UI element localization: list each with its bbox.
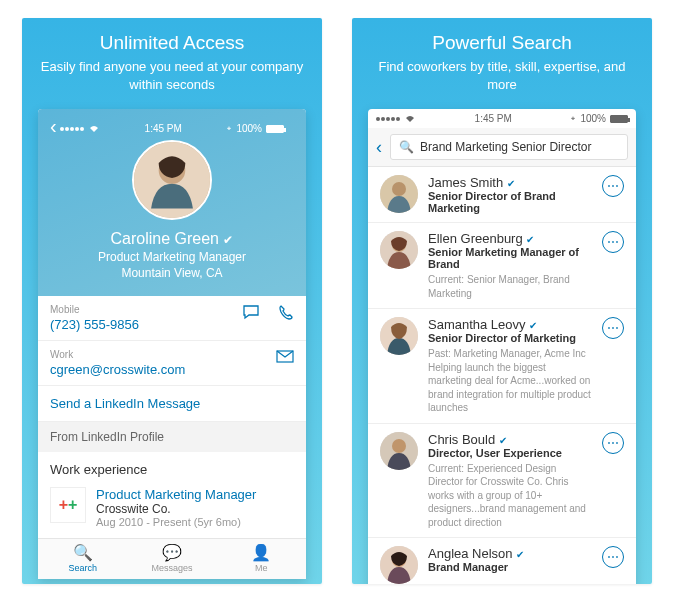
result-title: Senior Director of Marketing bbox=[428, 332, 592, 344]
result-name: Anglea Nelson ✔ bbox=[428, 546, 592, 561]
promo-panel-access: Unlimited Access Easily find anyone you … bbox=[22, 18, 322, 584]
status-bar: 1:45 PM ᛭100% bbox=[368, 109, 636, 128]
verified-icon: ✔ bbox=[223, 233, 233, 247]
result-title: Senior Director of Brand Marketing bbox=[428, 190, 592, 214]
more-button[interactable]: ⋯ bbox=[602, 175, 624, 197]
wifi-icon bbox=[404, 115, 416, 123]
verified-icon: ✔ bbox=[507, 178, 515, 189]
search-results: James Smith ✔ Senior Director of Brand M… bbox=[368, 167, 636, 584]
mobile-value[interactable]: (723) 555-9856 bbox=[50, 317, 139, 332]
verified-icon: ✔ bbox=[516, 549, 524, 560]
work-label: Work bbox=[50, 349, 185, 360]
result-title: Brand Manager bbox=[428, 561, 592, 573]
profile-header: 1:45 PM ᛭100% ‹ Caroline Green ✔ Product… bbox=[38, 109, 306, 296]
result-title: Senior Marketing Manager of Brand bbox=[428, 246, 592, 270]
me-icon: 👤 bbox=[217, 543, 306, 562]
search-result[interactable]: Chris Bould ✔ Director, User Experience … bbox=[368, 424, 636, 539]
result-name: Chris Bould ✔ bbox=[428, 432, 592, 447]
profile-location: Mountain View, CA bbox=[52, 266, 292, 280]
search-result[interactable]: Anglea Nelson ✔ Brand Manager ⋯ bbox=[368, 538, 636, 584]
search-input[interactable]: 🔍 Brand Marketing Senior Director bbox=[390, 134, 628, 160]
status-time: 1:45 PM bbox=[145, 123, 182, 134]
email-icon[interactable] bbox=[276, 349, 294, 367]
company-logo: ++ bbox=[50, 487, 86, 523]
back-button[interactable]: ‹ bbox=[376, 137, 382, 158]
search-result[interactable]: Samantha Leovy ✔ Senior Director of Mark… bbox=[368, 309, 636, 424]
messages-icon: 💬 bbox=[127, 543, 216, 562]
linkedin-message-link[interactable]: Send a LinkedIn Message bbox=[38, 386, 306, 422]
work-email[interactable]: cgreen@crosswite.com bbox=[50, 362, 185, 377]
status-bar: 1:45 PM ᛭100% bbox=[52, 119, 292, 138]
back-button[interactable]: ‹ bbox=[50, 115, 57, 138]
svg-point-4 bbox=[392, 182, 406, 196]
result-name: James Smith ✔ bbox=[428, 175, 592, 190]
more-button[interactable]: ⋯ bbox=[602, 231, 624, 253]
result-avatar bbox=[380, 546, 418, 584]
tab-me[interactable]: 👤Me bbox=[217, 539, 306, 579]
result-meta: Current: Senior Manager, Brand Marketing bbox=[428, 273, 592, 300]
contact-mobile-row: Mobile (723) 555-9856 bbox=[38, 296, 306, 341]
status-time: 1:45 PM bbox=[475, 113, 512, 124]
experience-title: Product Marketing Manager bbox=[96, 487, 256, 502]
more-button[interactable]: ⋯ bbox=[602, 432, 624, 454]
result-avatar bbox=[380, 231, 418, 269]
result-meta: Current: Experienced Design Director for… bbox=[428, 462, 592, 530]
search-bar: ‹ 🔍 Brand Marketing Senior Director bbox=[368, 128, 636, 167]
tab-search[interactable]: 🔍Search bbox=[38, 539, 127, 579]
search-icon: 🔍 bbox=[399, 140, 414, 154]
contact-work-row: Work cgreen@crosswite.com bbox=[38, 341, 306, 386]
profile-name: Caroline Green ✔ bbox=[52, 230, 292, 248]
experience-company: Crosswite Co. bbox=[96, 502, 256, 516]
tab-messages[interactable]: 💬Messages bbox=[127, 539, 216, 579]
promo-title: Unlimited Access bbox=[38, 32, 306, 54]
promo-panel-search: Powerful Search Find coworkers by title,… bbox=[352, 18, 652, 584]
result-title: Director, User Experience bbox=[428, 447, 592, 459]
experience-item[interactable]: ++ Product Marketing Manager Crosswite C… bbox=[38, 481, 306, 538]
battery-icon bbox=[610, 115, 628, 123]
promo-subtitle: Easily find anyone you need at your comp… bbox=[38, 58, 306, 93]
battery-icon bbox=[266, 125, 284, 133]
result-name: Ellen Greenburg ✔ bbox=[428, 231, 592, 246]
section-header: From LinkedIn Profile bbox=[38, 422, 306, 452]
more-button[interactable]: ⋯ bbox=[602, 546, 624, 568]
message-icon[interactable] bbox=[242, 304, 260, 324]
experience-dates: Aug 2010 - Present (5yr 6mo) bbox=[96, 516, 256, 528]
verified-icon: ✔ bbox=[526, 234, 534, 245]
bluetooth-icon: ᛭ bbox=[226, 123, 232, 134]
profile-role: Product Marketing Manager bbox=[52, 250, 292, 264]
search-result[interactable]: Ellen Greenburg ✔ Senior Marketing Manag… bbox=[368, 223, 636, 309]
battery-pct: 100% bbox=[236, 123, 262, 134]
promo-subtitle: Find coworkers by title, skill, expertis… bbox=[368, 58, 636, 93]
verified-icon: ✔ bbox=[529, 320, 537, 331]
phone-screen-search: 1:45 PM ᛭100% ‹ 🔍 Brand Marketing Senior… bbox=[368, 109, 636, 584]
wifi-icon bbox=[88, 125, 100, 133]
mobile-label: Mobile bbox=[50, 304, 139, 315]
svg-point-10 bbox=[392, 439, 406, 453]
work-experience-label: Work experience bbox=[38, 452, 306, 481]
result-avatar bbox=[380, 175, 418, 213]
profile-avatar[interactable] bbox=[132, 140, 212, 220]
phone-icon[interactable] bbox=[278, 304, 294, 324]
tab-bar: 🔍Search 💬Messages 👤Me bbox=[38, 538, 306, 579]
result-name: Samantha Leovy ✔ bbox=[428, 317, 592, 332]
search-result[interactable]: James Smith ✔ Senior Director of Brand M… bbox=[368, 167, 636, 223]
bluetooth-icon: ᛭ bbox=[570, 113, 576, 124]
verified-icon: ✔ bbox=[499, 435, 507, 446]
promo-title: Powerful Search bbox=[368, 32, 636, 54]
phone-screen-profile: 1:45 PM ᛭100% ‹ Caroline Green ✔ Product… bbox=[38, 109, 306, 579]
result-meta: Past: Marketing Manager, Acme Inc Helpin… bbox=[428, 347, 592, 415]
more-button[interactable]: ⋯ bbox=[602, 317, 624, 339]
search-icon: 🔍 bbox=[38, 543, 127, 562]
battery-pct: 100% bbox=[580, 113, 606, 124]
result-avatar bbox=[380, 317, 418, 355]
result-avatar bbox=[380, 432, 418, 470]
search-query-text: Brand Marketing Senior Director bbox=[420, 140, 591, 154]
